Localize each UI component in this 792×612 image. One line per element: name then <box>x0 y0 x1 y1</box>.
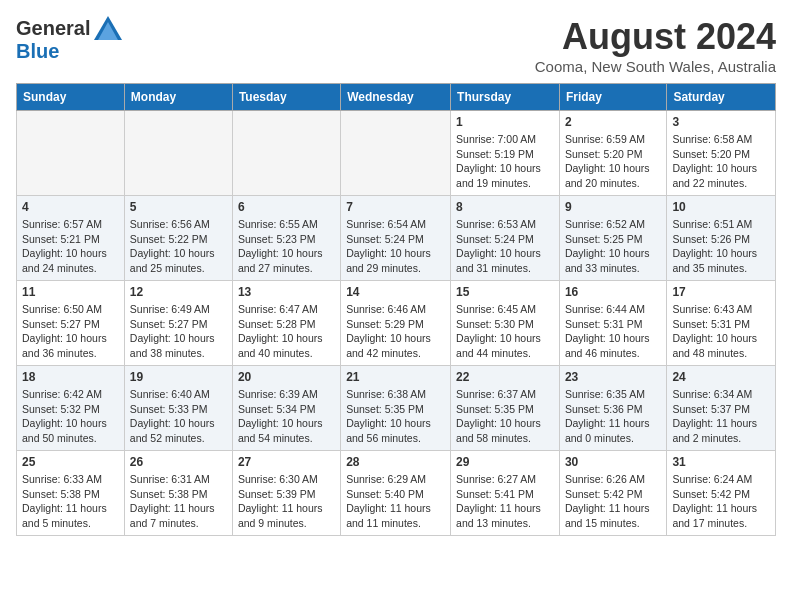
day-info: Sunrise: 6:53 AMSunset: 5:24 PMDaylight:… <box>456 217 554 276</box>
logo-general-text: General <box>16 17 90 40</box>
title-block: August 2024 Cooma, New South Wales, Aust… <box>535 16 776 75</box>
day-number: 3 <box>672 115 770 129</box>
day-info: Sunrise: 6:42 AMSunset: 5:32 PMDaylight:… <box>22 387 119 446</box>
day-number: 31 <box>672 455 770 469</box>
calendar-day-cell: 10Sunrise: 6:51 AMSunset: 5:26 PMDayligh… <box>667 196 776 281</box>
day-number: 27 <box>238 455 335 469</box>
day-number: 30 <box>565 455 661 469</box>
calendar-day-cell <box>124 111 232 196</box>
day-number: 13 <box>238 285 335 299</box>
calendar-day-cell: 13Sunrise: 6:47 AMSunset: 5:28 PMDayligh… <box>232 281 340 366</box>
calendar-week-row: 18Sunrise: 6:42 AMSunset: 5:32 PMDayligh… <box>17 366 776 451</box>
calendar-header-wednesday: Wednesday <box>341 84 451 111</box>
calendar-header-thursday: Thursday <box>451 84 560 111</box>
day-number: 10 <box>672 200 770 214</box>
day-number: 29 <box>456 455 554 469</box>
day-number: 5 <box>130 200 227 214</box>
calendar-day-cell: 7Sunrise: 6:54 AMSunset: 5:24 PMDaylight… <box>341 196 451 281</box>
calendar-day-cell: 24Sunrise: 6:34 AMSunset: 5:37 PMDayligh… <box>667 366 776 451</box>
logo-icon <box>94 16 122 40</box>
day-number: 22 <box>456 370 554 384</box>
day-info: Sunrise: 6:57 AMSunset: 5:21 PMDaylight:… <box>22 217 119 276</box>
calendar-day-cell: 16Sunrise: 6:44 AMSunset: 5:31 PMDayligh… <box>559 281 666 366</box>
day-info: Sunrise: 6:49 AMSunset: 5:27 PMDaylight:… <box>130 302 227 361</box>
calendar-table: SundayMondayTuesdayWednesdayThursdayFrid… <box>16 83 776 536</box>
day-info: Sunrise: 6:58 AMSunset: 5:20 PMDaylight:… <box>672 132 770 191</box>
calendar-week-row: 25Sunrise: 6:33 AMSunset: 5:38 PMDayligh… <box>17 451 776 536</box>
calendar-day-cell <box>17 111 125 196</box>
day-info: Sunrise: 6:29 AMSunset: 5:40 PMDaylight:… <box>346 472 445 531</box>
day-number: 17 <box>672 285 770 299</box>
day-number: 26 <box>130 455 227 469</box>
day-number: 9 <box>565 200 661 214</box>
day-info: Sunrise: 7:00 AMSunset: 5:19 PMDaylight:… <box>456 132 554 191</box>
calendar-day-cell: 25Sunrise: 6:33 AMSunset: 5:38 PMDayligh… <box>17 451 125 536</box>
day-number: 23 <box>565 370 661 384</box>
calendar-day-cell <box>341 111 451 196</box>
calendar-day-cell: 17Sunrise: 6:43 AMSunset: 5:31 PMDayligh… <box>667 281 776 366</box>
day-number: 1 <box>456 115 554 129</box>
calendar-day-cell: 28Sunrise: 6:29 AMSunset: 5:40 PMDayligh… <box>341 451 451 536</box>
logo-blue-text: Blue <box>16 40 59 63</box>
day-info: Sunrise: 6:27 AMSunset: 5:41 PMDaylight:… <box>456 472 554 531</box>
calendar-day-cell: 21Sunrise: 6:38 AMSunset: 5:35 PMDayligh… <box>341 366 451 451</box>
day-info: Sunrise: 6:43 AMSunset: 5:31 PMDaylight:… <box>672 302 770 361</box>
calendar-day-cell: 23Sunrise: 6:35 AMSunset: 5:36 PMDayligh… <box>559 366 666 451</box>
day-number: 20 <box>238 370 335 384</box>
day-info: Sunrise: 6:50 AMSunset: 5:27 PMDaylight:… <box>22 302 119 361</box>
day-info: Sunrise: 6:55 AMSunset: 5:23 PMDaylight:… <box>238 217 335 276</box>
day-number: 21 <box>346 370 445 384</box>
day-info: Sunrise: 6:59 AMSunset: 5:20 PMDaylight:… <box>565 132 661 191</box>
calendar-day-cell: 2Sunrise: 6:59 AMSunset: 5:20 PMDaylight… <box>559 111 666 196</box>
calendar-day-cell: 1Sunrise: 7:00 AMSunset: 5:19 PMDaylight… <box>451 111 560 196</box>
day-info: Sunrise: 6:51 AMSunset: 5:26 PMDaylight:… <box>672 217 770 276</box>
day-info: Sunrise: 6:26 AMSunset: 5:42 PMDaylight:… <box>565 472 661 531</box>
day-info: Sunrise: 6:54 AMSunset: 5:24 PMDaylight:… <box>346 217 445 276</box>
calendar-header-monday: Monday <box>124 84 232 111</box>
day-info: Sunrise: 6:31 AMSunset: 5:38 PMDaylight:… <box>130 472 227 531</box>
day-info: Sunrise: 6:35 AMSunset: 5:36 PMDaylight:… <box>565 387 661 446</box>
day-number: 18 <box>22 370 119 384</box>
day-info: Sunrise: 6:37 AMSunset: 5:35 PMDaylight:… <box>456 387 554 446</box>
calendar-day-cell: 31Sunrise: 6:24 AMSunset: 5:42 PMDayligh… <box>667 451 776 536</box>
calendar-day-cell: 5Sunrise: 6:56 AMSunset: 5:22 PMDaylight… <box>124 196 232 281</box>
day-number: 25 <box>22 455 119 469</box>
calendar-day-cell: 14Sunrise: 6:46 AMSunset: 5:29 PMDayligh… <box>341 281 451 366</box>
day-info: Sunrise: 6:46 AMSunset: 5:29 PMDaylight:… <box>346 302 445 361</box>
day-info: Sunrise: 6:44 AMSunset: 5:31 PMDaylight:… <box>565 302 661 361</box>
day-number: 24 <box>672 370 770 384</box>
calendar-day-cell: 30Sunrise: 6:26 AMSunset: 5:42 PMDayligh… <box>559 451 666 536</box>
calendar-day-cell: 8Sunrise: 6:53 AMSunset: 5:24 PMDaylight… <box>451 196 560 281</box>
calendar-day-cell: 3Sunrise: 6:58 AMSunset: 5:20 PMDaylight… <box>667 111 776 196</box>
calendar-header-row: SundayMondayTuesdayWednesdayThursdayFrid… <box>17 84 776 111</box>
day-number: 16 <box>565 285 661 299</box>
calendar-day-cell: 22Sunrise: 6:37 AMSunset: 5:35 PMDayligh… <box>451 366 560 451</box>
calendar-header-saturday: Saturday <box>667 84 776 111</box>
calendar-header-sunday: Sunday <box>17 84 125 111</box>
day-number: 6 <box>238 200 335 214</box>
calendar-day-cell: 11Sunrise: 6:50 AMSunset: 5:27 PMDayligh… <box>17 281 125 366</box>
location-subtitle: Cooma, New South Wales, Australia <box>535 58 776 75</box>
day-info: Sunrise: 6:30 AMSunset: 5:39 PMDaylight:… <box>238 472 335 531</box>
calendar-week-row: 11Sunrise: 6:50 AMSunset: 5:27 PMDayligh… <box>17 281 776 366</box>
logo: General Blue <box>16 16 122 63</box>
calendar-day-cell: 27Sunrise: 6:30 AMSunset: 5:39 PMDayligh… <box>232 451 340 536</box>
day-number: 15 <box>456 285 554 299</box>
day-number: 19 <box>130 370 227 384</box>
page-header: General Blue August 2024 Cooma, New Sout… <box>16 16 776 75</box>
calendar-day-cell: 20Sunrise: 6:39 AMSunset: 5:34 PMDayligh… <box>232 366 340 451</box>
calendar-week-row: 4Sunrise: 6:57 AMSunset: 5:21 PMDaylight… <box>17 196 776 281</box>
day-info: Sunrise: 6:47 AMSunset: 5:28 PMDaylight:… <box>238 302 335 361</box>
day-number: 8 <box>456 200 554 214</box>
calendar-day-cell: 9Sunrise: 6:52 AMSunset: 5:25 PMDaylight… <box>559 196 666 281</box>
day-info: Sunrise: 6:24 AMSunset: 5:42 PMDaylight:… <box>672 472 770 531</box>
day-number: 7 <box>346 200 445 214</box>
day-number: 28 <box>346 455 445 469</box>
day-number: 4 <box>22 200 119 214</box>
day-number: 14 <box>346 285 445 299</box>
day-info: Sunrise: 6:45 AMSunset: 5:30 PMDaylight:… <box>456 302 554 361</box>
day-info: Sunrise: 6:52 AMSunset: 5:25 PMDaylight:… <box>565 217 661 276</box>
calendar-day-cell: 15Sunrise: 6:45 AMSunset: 5:30 PMDayligh… <box>451 281 560 366</box>
day-number: 12 <box>130 285 227 299</box>
day-info: Sunrise: 6:34 AMSunset: 5:37 PMDaylight:… <box>672 387 770 446</box>
